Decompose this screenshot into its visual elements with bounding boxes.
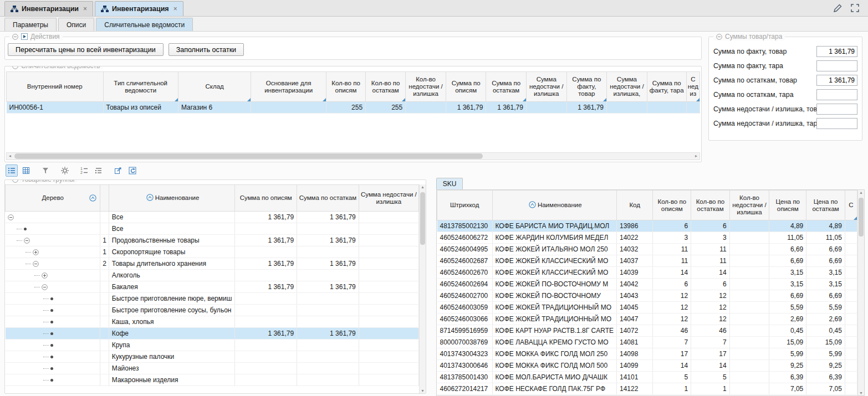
tab-sku[interactable]: SKU (436, 178, 463, 189)
sku-column-header[interactable]: Код (616, 191, 652, 220)
view-grid-icon[interactable] (20, 164, 32, 177)
totals-field-input[interactable] (816, 46, 857, 57)
sku-row[interactable]: 8000070038769КОФЕ ЛАВАЦЦА КРЕМО ГУСТО МО… (437, 337, 857, 348)
statement-column-header[interactable]: Кол-во недостачи / излишка (406, 72, 446, 102)
groups-tree-row[interactable]: Быстрое приготовление соусы, бульон (6, 305, 419, 316)
window-tab-inventarizaciya[interactable]: Инвентаризация × (95, 1, 183, 16)
sku-column-header[interactable]: Кол-во по остаткам (691, 191, 730, 220)
statement-column-header[interactable]: Сумма по факту, тара (647, 72, 686, 102)
collapse-icon[interactable] (12, 34, 18, 40)
groups-tree-row[interactable]: Быстрое приготовление пюре, вермиш (6, 293, 419, 305)
statement-column-header[interactable]: Тип сличительной ведомости (103, 72, 178, 102)
recalc-prices-button[interactable]: Пересчитать цены по всей инвентаризации (8, 43, 164, 56)
tab-close-icon[interactable]: × (83, 5, 87, 13)
tree-collapse-icon[interactable] (42, 284, 48, 290)
window-tab-inventarizacii[interactable]: Инвентаризации × (4, 1, 93, 16)
sku-column-header[interactable]: Цена по описям (769, 191, 806, 220)
sku-column-header[interactable]: Штрихкод (437, 191, 493, 220)
collapse-icon[interactable] (12, 179, 18, 183)
scroll-down-arrow[interactable]: ▼ (858, 391, 864, 395)
scroll-up-arrow[interactable]: ▲ (420, 185, 426, 189)
h-scrollbar[interactable]: ◂ ▸ (6, 152, 700, 160)
groups-column-header[interactable]: Сумма по описям (235, 185, 297, 212)
groups-column-header[interactable]: Сумма по остаткам (297, 185, 359, 212)
fill-balances-button[interactable]: Заполнить остатки (169, 43, 244, 56)
v-scrollbar[interactable]: ▲ ▼ (857, 190, 864, 395)
numbered-list-icon[interactable]: 12 (78, 164, 90, 177)
filter-icon[interactable] (39, 164, 52, 177)
groups-tree-row[interactable]: Кофе1 361,791 361,79 (6, 328, 419, 340)
collapse-icon[interactable] (716, 34, 722, 40)
tree-collapse-icon[interactable] (24, 238, 30, 244)
scroll-down-arrow[interactable]: ▼ (420, 389, 426, 393)
statement-column-header[interactable]: Склад (178, 72, 251, 102)
sku-column-header[interactable]: Цена по остаткам (806, 191, 845, 220)
statement-column-header[interactable]: Сумма по остаткам (486, 72, 526, 102)
groups-tree-row[interactable]: Крупа (6, 340, 419, 351)
sku-row[interactable]: 4605246004995КОФЕ ЖОКЕЙ ИТАЛЬЯНО МОЛ 250… (437, 244, 857, 255)
edit-icon[interactable] (834, 4, 842, 12)
v-scrollbar-thumb[interactable] (420, 192, 425, 245)
statement-row[interactable]: ИН00056-1Товары из описейМагазин 6255255… (7, 102, 700, 114)
groups-column-header[interactable]: Наименование (109, 185, 235, 212)
totals-field-input[interactable] (816, 89, 857, 100)
statement-column-header[interactable]: Сумма по описям (446, 72, 486, 102)
sku-row[interactable]: 4606272014217КОФЕ НЕСКАФЕ ГОЛД ПАК.75Г Р… (437, 383, 857, 395)
sku-row[interactable]: 4605246002694КОФЕ ЖОКЕЙ ПО-ВОСТОЧНОМУ М1… (437, 279, 857, 290)
groups-tree-row[interactable]: Бакалея1 361,791 361,79 (6, 281, 419, 293)
tab-slichitelnye-vedomosti[interactable]: Сличительные ведомости (96, 18, 193, 31)
tree-expand-icon[interactable] (42, 272, 48, 279)
sku-row[interactable]: 4605246002670КОФЕ ЖОКЕЙ КЛАССИЧЕСКИЙ МО1… (437, 267, 857, 279)
statement-column-header[interactable]: Кол-во по описям (326, 72, 365, 102)
tree-collapse-icon[interactable] (8, 214, 14, 220)
groups-tree-row[interactable]: Алкоголь (6, 270, 419, 281)
statement-column-header[interactable]: Основание для инвентаризации (251, 72, 326, 102)
statement-column-header[interactable]: Внутренний номер (7, 72, 104, 102)
statement-column-header[interactable]: Сумма по факту, товар (566, 72, 606, 102)
sku-column-header[interactable]: С (845, 191, 857, 220)
sku-row[interactable]: 4605246003066КОФЕ ЖОКЕЙ ТРАДИЦИОННЫЙ МО1… (437, 313, 857, 325)
sku-row[interactable]: 4605246002700КОФЕ ЖОКЕЙ ПО-ВОСТОЧНОМУ140… (437, 290, 857, 302)
tab-parametry[interactable]: Параметры (4, 18, 57, 31)
totals-field-input[interactable] (816, 60, 857, 71)
outline-list-icon[interactable] (93, 164, 105, 177)
statement-column-header[interactable]: С нед из (686, 72, 699, 102)
sku-column-header[interactable]: Наименование (492, 191, 616, 220)
sku-row[interactable]: 4813785002130КОФЕ БАРИСТА МИО ТРАДИЦ.МОЛ… (437, 220, 857, 232)
settings-gear-icon[interactable] (59, 164, 71, 177)
groups-column-header[interactable]: Сумма недостачи / излишка (359, 185, 418, 212)
sort-asc-icon[interactable] (146, 194, 154, 203)
sku-row[interactable]: 8714599516959КОФЕ КАРТ НУАР РАСТВ.1.8Г C… (437, 325, 857, 337)
tree-collapse-icon[interactable] (33, 261, 39, 267)
tab-close-icon[interactable]: × (173, 5, 177, 13)
totals-field-input[interactable] (816, 118, 857, 129)
scroll-up-arrow[interactable]: ▲ (858, 191, 864, 194)
groups-column-header[interactable]: Дерево (6, 185, 100, 212)
v-scrollbar[interactable]: ▲ ▼ (419, 184, 426, 393)
sku-row[interactable]: 4013743000646КОФЕ МОККА ФИКС ГОЛД МОЛ 50… (437, 360, 857, 372)
export-icon[interactable] (112, 164, 124, 177)
sku-row[interactable]: 4605246006272КОФЕ ЖАРДИН КОЛУМБИЯ МЕДЕЛ1… (437, 232, 857, 244)
tab-opisi[interactable]: Описи (58, 18, 94, 31)
groups-tree-row[interactable]: Все1 361,791 361,79 (6, 212, 419, 223)
groups-tree-row[interactable]: 1Скоропортящие товары (6, 246, 419, 258)
groups-tree-row[interactable]: Майонез (6, 363, 419, 374)
h-scrollbar-thumb[interactable] (14, 153, 483, 159)
tree-expand-icon[interactable] (33, 249, 39, 255)
groups-column-header[interactable] (100, 185, 109, 212)
groups-tree-row[interactable]: Макаронные изделия (6, 374, 419, 386)
totals-field-input[interactable] (816, 75, 857, 86)
sku-row[interactable]: 4605246002687КОФЕ ЖОКЕЙ КЛАССИЧЕСКИЙ МО1… (437, 255, 857, 267)
statement-column-header[interactable]: Кол-во по остаткам (366, 72, 406, 102)
groups-tree-row[interactable]: 2Товары длительного хранения1 361,791 36… (6, 258, 419, 270)
sku-row[interactable]: 4013743004323КОФЕ МОККА ФИКС ГОЛД МОЛ 25… (437, 348, 857, 360)
statement-column-header[interactable]: Сумма недостачи / излишка, (607, 72, 647, 102)
scroll-right-arrow[interactable]: ▸ (693, 153, 699, 160)
sku-row[interactable]: 4605246003059КОФЕ ЖОКЕЙ ТРАДИЦИОННЫЙ МО1… (437, 302, 857, 313)
sort-asc-icon[interactable] (529, 201, 536, 210)
sku-row[interactable]: 4813785001430КОФЕ МОЛ.БАРИСТА МИО Д/ЧАШК… (437, 372, 857, 383)
groups-tree-row[interactable]: Все (6, 223, 419, 235)
v-scrollbar-thumb[interactable] (859, 198, 864, 236)
groups-tree-row[interactable]: Кукурузные палочки (6, 351, 419, 363)
statement-column-header[interactable]: Сумма недостачи / излишка (526, 72, 566, 102)
